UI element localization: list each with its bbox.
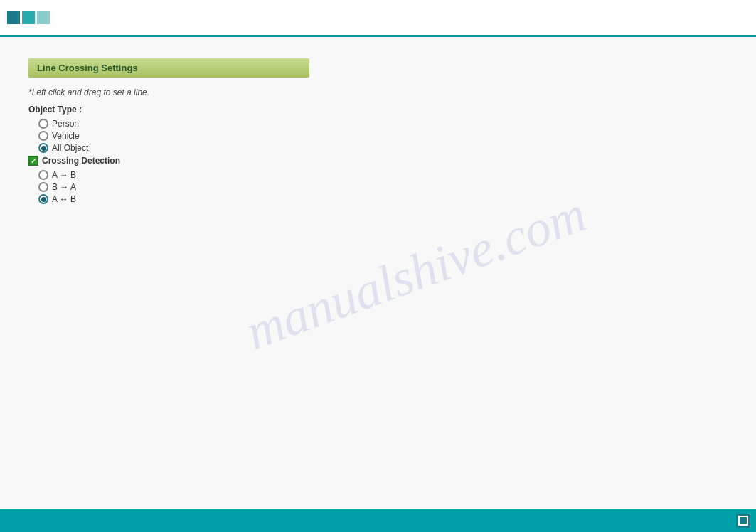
- top-bar: [0, 0, 756, 37]
- bottom-bar-icon: [736, 514, 750, 528]
- crossing-detection-row: Crossing Detection: [28, 156, 728, 166]
- direction-a-to-b-radio[interactable]: [38, 170, 48, 180]
- bottom-bar-icon-inner: [738, 516, 748, 526]
- main-content: Line Crossing Settings *Left click and d…: [0, 37, 756, 509]
- object-type-person-radio[interactable]: [38, 119, 48, 129]
- instruction-text: *Left click and drag to set a line.: [28, 87, 728, 97]
- direction-a-both-b-radio[interactable]: [38, 194, 48, 204]
- object-type-person-label[interactable]: Person: [52, 119, 79, 129]
- direction-a-both-b-item: A ↔ B: [38, 194, 728, 204]
- object-type-vehicle-item: Vehicle: [38, 131, 728, 141]
- object-type-all-label[interactable]: All Object: [52, 143, 88, 153]
- direction-b-to-a-item: B → A: [38, 182, 728, 192]
- section-header: Line Crossing Settings: [28, 58, 309, 78]
- direction-a-to-b-label[interactable]: A → B: [52, 170, 76, 180]
- crossing-detection-label: Crossing Detection: [42, 156, 120, 166]
- object-type-all-radio[interactable]: [38, 143, 48, 153]
- logo-square-1: [7, 11, 20, 24]
- direction-a-to-b-item: A → B: [38, 170, 728, 180]
- crossing-detection-checkbox[interactable]: [28, 156, 38, 166]
- logo-square-3: [37, 11, 50, 24]
- object-type-all-item: All Object: [38, 143, 728, 153]
- logo-square-2: [22, 11, 35, 24]
- direction-a-both-b-label[interactable]: A ↔ B: [52, 194, 76, 204]
- watermark: manualshive.com: [238, 184, 594, 362]
- top-bar-logo: [7, 11, 50, 24]
- object-type-vehicle-label[interactable]: Vehicle: [52, 131, 80, 141]
- direction-b-to-a-radio[interactable]: [38, 182, 48, 192]
- object-type-group: Person Vehicle All Object: [38, 119, 728, 153]
- section-header-label: Line Crossing Settings: [37, 63, 138, 73]
- object-type-vehicle-radio[interactable]: [38, 131, 48, 141]
- object-type-label: Object Type :: [28, 105, 728, 115]
- crossing-options-group: A → B B → A A ↔ B: [38, 170, 728, 204]
- direction-b-to-a-label[interactable]: B → A: [52, 182, 76, 192]
- bottom-bar: [0, 509, 756, 532]
- object-type-person-item: Person: [38, 119, 728, 129]
